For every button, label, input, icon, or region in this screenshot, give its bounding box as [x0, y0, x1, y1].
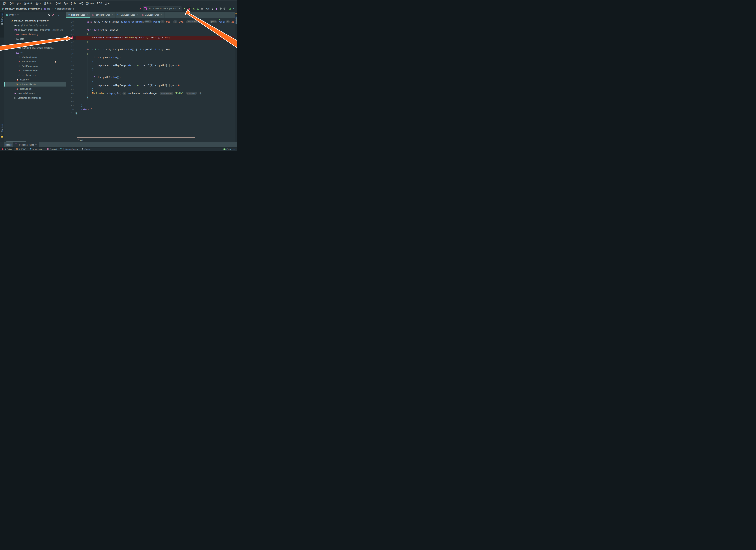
statusbar-item-cmake[interactable]: CMake — [80, 147, 92, 151]
code-line-38[interactable]: { — [76, 60, 234, 63]
tree-item-pathplanner-hpp[interactable]: hPathPlanner.hpp — [4, 68, 66, 73]
line-number-41[interactable]: 41 — [66, 72, 76, 75]
code-line-32[interactable]: mapLoader.rawMapImage.at<u_char>(tPose.x… — [76, 36, 234, 40]
tree-chevron-closed-icon[interactable]: ❯ — [14, 38, 16, 40]
line-number-35[interactable]: 35 — [66, 48, 76, 52]
tree-chevron-open-icon[interactable]: ⌄ — [14, 52, 16, 53]
line-number-28[interactable]: 28 — [66, 20, 76, 24]
breadcrumb-folder[interactable]: src — [47, 8, 50, 10]
close-icon[interactable]: ✕ — [112, 14, 113, 16]
kebab-menu-icon[interactable]: ⋮ — [57, 13, 60, 16]
close-icon[interactable]: ✕ — [35, 144, 37, 146]
statusbar-item-6-todo[interactable]: 6: TODO — [14, 147, 28, 151]
line-number-43[interactable]: 43 — [66, 79, 76, 83]
tree-chevron-open-icon[interactable]: ⌄ — [14, 43, 16, 44]
code-line-28[interactable]: auto path2 = pathPlanner.findShortestPat… — [76, 20, 234, 24]
breadcrumb-project[interactable]: mbz2020_challenge3_preplanner — [5, 8, 40, 10]
code-line-29[interactable] — [76, 24, 234, 28]
run-configuration-selector[interactable]: PREPLANNER_NODE | DEBUG — [143, 7, 182, 11]
code-line-33[interactable]: } — [76, 40, 234, 44]
code-line-34[interactable] — [76, 44, 234, 48]
code-line-31[interactable]: { — [76, 32, 234, 36]
tree-item-googletest[interactable]: ❯googletest/usr/src/googletest — [4, 23, 66, 28]
code-line-43[interactable]: { — [76, 79, 234, 83]
line-number-45[interactable]: 45 — [66, 87, 76, 91]
locate-file-icon[interactable] — [47, 14, 50, 16]
debug-button[interactable] — [187, 7, 191, 11]
line-number-32[interactable] — [66, 36, 76, 40]
statusbar-item-terminal[interactable]: Terminal — [45, 147, 58, 151]
line-number-38[interactable]: 38 — [66, 60, 76, 63]
menu-item-refactor[interactable]: Refactor — [43, 2, 54, 4]
run-button[interactable] — [183, 7, 186, 10]
line-number-31[interactable]: 31 — [66, 32, 76, 36]
menu-item-file[interactable]: File — [2, 2, 8, 4]
menu-item-run[interactable]: Run — [62, 2, 69, 4]
sidebar-item-structure[interactable]: 7: Structure — [0, 124, 4, 138]
tree-chevron-closed-icon[interactable]: ❯ — [11, 93, 14, 94]
line-number-33[interactable]: 33 — [66, 40, 76, 44]
tree-item--gitignore[interactable]: .gitignore — [4, 77, 66, 82]
editor-tab-maploader-hpp[interactable]: hMapLoader.hpp✕ — [140, 12, 165, 18]
menu-item-view[interactable]: View — [15, 2, 23, 4]
editor-tab-maploader-cpp[interactable]: C+MapLoader.cpp✕ — [116, 12, 140, 18]
event-log-button[interactable]: 1 Event Log — [223, 148, 237, 150]
project-horizontal-scrollbar[interactable] — [6, 141, 26, 142]
line-number-37[interactable]: 37 — [66, 56, 76, 60]
kebab-menu-icon[interactable]: ⋮ — [228, 143, 230, 146]
chevron-down-icon[interactable] — [17, 15, 19, 15]
tree-item-pathplanner-cpp[interactable]: C+PathPlanner.cpp — [4, 64, 66, 68]
code-line-46[interactable]: MapLoader::displayIm( &: mapLoader.rawMa… — [76, 91, 234, 95]
tree-item-data[interactable]: ❯data — [4, 37, 66, 41]
search-everywhere-icon[interactable] — [233, 7, 236, 10]
coverage-button[interactable] — [192, 7, 195, 10]
build-hammer-icon[interactable] — [138, 7, 141, 10]
sidebar-item-database[interactable]: Database — [235, 13, 237, 24]
tree-item-external-libraries[interactable]: ❯External Libraries — [4, 91, 66, 96]
statusbar-item-9-version-control[interactable]: 9: Version Control — [58, 147, 80, 151]
project-panel-title[interactable]: Project — [9, 14, 16, 16]
line-number-44[interactable]: 44 — [66, 83, 76, 87]
line-number-42[interactable]: 42 — [66, 75, 76, 79]
tree-item-scratches-and-consoles[interactable]: Scratches and Consoles — [4, 96, 66, 100]
tree-item-maploader-hpp[interactable]: hMapLoader.hpp — [4, 59, 66, 64]
code-line-47[interactable]: } — [76, 95, 234, 99]
git-branch-icon[interactable] — [211, 7, 214, 10]
code-line-41[interactable] — [76, 72, 234, 75]
menu-item-code[interactable]: Code — [35, 2, 43, 4]
close-icon[interactable]: ✕ — [137, 14, 138, 16]
tree-item-package-xml[interactable]: </>package.xml — [4, 86, 66, 91]
line-number-34[interactable]: 34 — [66, 44, 76, 48]
tree-item-preplanner-cpp[interactable]: C+preplanner.cpp — [4, 73, 66, 77]
breakpoint-icon[interactable] — [71, 36, 73, 39]
stop-button[interactable] — [201, 7, 203, 10]
line-number-36[interactable]: 36 — [66, 52, 76, 55]
line-number-46[interactable]: 46 — [66, 91, 76, 95]
tree-chevron-closed-icon[interactable]: ❯ — [14, 34, 16, 35]
menu-item-edit[interactable]: Edit — [8, 2, 15, 4]
menu-item-tools[interactable]: Tools — [69, 2, 77, 4]
debug-session-tab[interactable]: preplanner_node ✕ — [13, 142, 39, 147]
fold-marker-icon[interactable] — [74, 112, 75, 114]
tree-item-cmakelists-txt[interactable]: ✓CMakeLists.txt — [4, 82, 66, 86]
menu-item-vcs[interactable]: VCS — [77, 2, 85, 4]
code-line-51[interactable]: } — [76, 111, 234, 115]
hide-panel-icon[interactable]: — — [61, 13, 64, 16]
line-number-40[interactable]: 40 — [66, 68, 76, 72]
line-number-50[interactable]: 50 — [66, 107, 76, 111]
editor-vertical-scrollbar[interactable] — [234, 77, 234, 137]
collapse-all-icon[interactable] — [52, 14, 55, 16]
tree-item-include[interactable]: ⌄include — [4, 41, 66, 46]
editor-horizontal-scrollbar[interactable] — [77, 137, 195, 138]
line-number-49[interactable]: 49 — [66, 103, 76, 107]
tree-chevron-open-icon[interactable]: ⌄ — [11, 29, 14, 31]
terminal-ssh-icon[interactable] — [229, 7, 231, 10]
rollback-icon[interactable] — [223, 7, 226, 10]
close-icon[interactable]: ✕ — [87, 14, 88, 16]
menu-item-help[interactable]: Help — [103, 2, 111, 4]
sidebar-item-project[interactable]: 1: Project — [0, 12, 4, 37]
code-line-44[interactable]: mapLoader.rawMapImage.at<u_char>(path2[i… — [76, 83, 234, 87]
code-line-50[interactable]: return 0; — [76, 107, 234, 111]
code-line-40[interactable]: } — [76, 68, 234, 72]
line-number-29[interactable]: 29 — [66, 24, 76, 28]
